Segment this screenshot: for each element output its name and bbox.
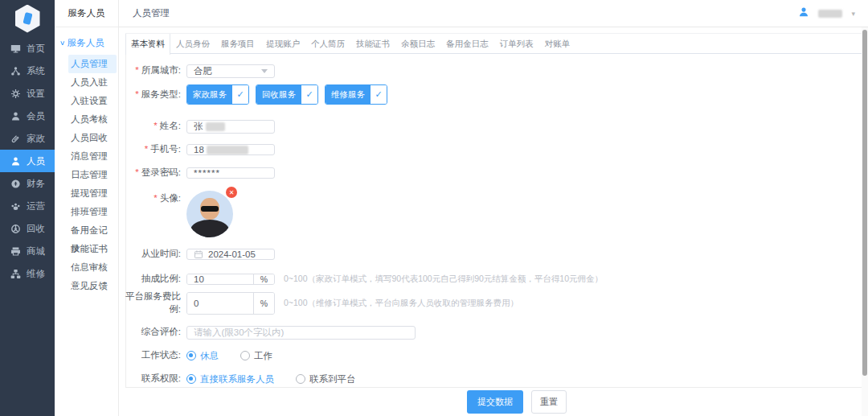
service-type-recycle-toggle[interactable]: 回收服务 ✓: [256, 84, 318, 105]
percent-unit: %: [253, 293, 274, 314]
submit-button[interactable]: 提交数据: [467, 390, 523, 414]
sidebar-item-finance[interactable]: 财务: [0, 172, 55, 195]
contact-platform-radio[interactable]: 联系到平台: [296, 373, 356, 385]
evaluation-row: 综合评价: 请输入(限30个字以内): [125, 322, 416, 343]
check-icon: ✓: [371, 85, 387, 104]
work-status-working-radio[interactable]: 工作: [240, 350, 272, 362]
commission-label: 抽成比例:: [125, 273, 181, 286]
page-scrollbar: [862, 27, 868, 416]
select-caret-icon: [261, 69, 268, 73]
reset-button[interactable]: 重置: [531, 390, 567, 414]
org-nodes-icon: [10, 66, 21, 76]
user-menu[interactable]: ▾: [798, 0, 855, 27]
tab-petty-cash-log[interactable]: 备用金日志: [440, 34, 494, 54]
submenu-item-message-management[interactable]: 消息管理: [55, 147, 118, 166]
sidebar-item-label: 系统: [27, 65, 45, 77]
name-input[interactable]: 张: [186, 120, 275, 134]
recycle-wheel-icon: [10, 224, 21, 234]
submenu-item-log-management[interactable]: 日志管理: [55, 166, 118, 184]
module-title: 服务人员: [55, 0, 118, 27]
platform-fee-input[interactable]: 0: [187, 293, 253, 314]
sidebar-item-home[interactable]: 首页: [0, 37, 55, 60]
primary-nav: 首页 系统 设置 会员 家政 人员: [0, 37, 55, 285]
contact-permission-row: 联系权限: 直接联系服务人员 联系到平台: [125, 372, 378, 386]
submenu-item-schedule-management[interactable]: 排班管理: [55, 203, 118, 221]
sidebar-item-settings[interactable]: 设置: [0, 82, 55, 105]
store-icon: [10, 246, 21, 257]
submenu-item-entry-settings[interactable]: 入驻设置: [55, 92, 118, 110]
paw-icon: [10, 201, 21, 212]
service-type-row: 服务类型: 家政服务 ✓ 回收服务 ✓ 维修服务 ✓: [125, 85, 394, 104]
evaluation-input[interactable]: 请输入(限30个字以内): [186, 326, 416, 340]
sidebar-item-member[interactable]: 会员: [0, 105, 55, 127]
phone-label: 手机号:: [125, 143, 181, 156]
submenu-group-label: 服务人员: [68, 37, 104, 49]
evaluation-label: 综合评价:: [125, 326, 181, 339]
start-date-input[interactable]: 2024-01-05: [186, 249, 275, 260]
contact-permission-label: 联系权限:: [125, 373, 181, 385]
submenu-item-info-review[interactable]: 信息审核: [55, 258, 118, 277]
sidebar-item-recycle[interactable]: 回收: [0, 217, 55, 240]
tab-basic-info[interactable]: 基本资料: [125, 34, 170, 55]
sidebar-item-label: 设置: [27, 88, 45, 100]
commission-input-group: 10 %: [186, 274, 275, 285]
submenu-item-feedback[interactable]: 意见反馈: [55, 277, 118, 295]
coin-icon: [10, 179, 21, 189]
work-status-rest-radio[interactable]: 休息: [186, 350, 219, 362]
sidebar-item-label: 维修: [27, 268, 45, 280]
submenu-item-withdrawal-management[interactable]: 提现管理: [55, 184, 118, 203]
platform-fee-label: 平台服务费比例:: [125, 290, 181, 315]
service-type-housekeeping-toggle[interactable]: 家政服务 ✓: [186, 84, 249, 105]
tab-skill-certificates[interactable]: 技能证书: [350, 34, 395, 54]
sidebar-item-repair[interactable]: 维修: [0, 262, 55, 285]
tab-order-list[interactable]: 订单列表: [494, 34, 539, 54]
redacted-text: [207, 146, 248, 154]
password-input[interactable]: ******: [186, 167, 275, 179]
sidebar-item-personnel[interactable]: 人员: [0, 150, 55, 172]
sidebar-item-label: 运营: [27, 200, 45, 212]
avatar-upload[interactable]: ✕: [186, 191, 233, 237]
submenu-item-personnel-entry[interactable]: 人员入驻: [55, 73, 118, 92]
tab-balance-log[interactable]: 余额日志: [395, 34, 440, 54]
service-type-repair-toggle[interactable]: 维修服务 ✓: [325, 84, 387, 105]
check-icon: ✓: [301, 85, 317, 104]
sidebar-item-housekeeping[interactable]: 家政: [0, 127, 55, 150]
user-icon: [10, 111, 21, 122]
sidebar-item-label: 人员: [27, 155, 45, 167]
submenu-item-personnel-assessment[interactable]: 人员考核: [55, 110, 118, 129]
username-redacted: [818, 10, 842, 18]
sidebar-item-operations[interactable]: 运营: [0, 195, 55, 217]
submenu-group-service-staff[interactable]: ∨ 服务人员: [60, 37, 118, 49]
sidebar-item-mall[interactable]: 商城: [0, 240, 55, 262]
app-logo[interactable]: [0, 0, 55, 37]
submenu-item-skill-certificates[interactable]: 技能证书: [55, 240, 118, 258]
scrollbar-thumb[interactable]: [862, 30, 867, 376]
submenu-item-personnel-management[interactable]: 人员管理: [55, 55, 118, 73]
avatar-photo: [186, 191, 233, 237]
service-type-label: 服务类型:: [125, 89, 181, 101]
tab-personal-resume[interactable]: 个人简历: [305, 34, 350, 54]
city-select[interactable]: 合肥: [186, 64, 275, 78]
tab-service-items[interactable]: 服务项目: [215, 34, 260, 54]
submenu-item-petty-cash-records[interactable]: 备用金记录: [55, 221, 118, 240]
admin-app: 首页 系统 设置 会员 家政 人员: [0, 0, 868, 416]
top-tab-personnel-management[interactable]: 人员管理: [133, 0, 170, 27]
work-status-row: 工作状态: 休息 工作: [125, 348, 294, 363]
start-date-label: 从业时间:: [125, 248, 181, 261]
submenu-item-personnel-recycle[interactable]: 人员回收: [55, 129, 118, 147]
form-footer: 提交数据 重置: [125, 387, 862, 416]
tab-statement[interactable]: 对账单: [539, 34, 576, 54]
monitor-icon: [10, 43, 21, 54]
sidebar-item-label: 财务: [27, 178, 45, 190]
avatar-delete-icon[interactable]: ✕: [226, 187, 237, 198]
commission-input[interactable]: 10: [187, 274, 253, 284]
contact-direct-radio[interactable]: 直接联系服务人员: [186, 373, 274, 385]
avatar-row: 头像: ✕: [125, 187, 233, 237]
phone-input[interactable]: 18: [186, 144, 275, 155]
commission-row: 抽成比例: 10 % 0~100（家政订单模式，填写90代表100元自己得到90…: [125, 268, 603, 290]
tab-withdrawal-account[interactable]: 提现账户: [260, 34, 305, 54]
sidebar-item-system[interactable]: 系统: [0, 60, 55, 82]
tab-personnel-identity[interactable]: 人员身份: [170, 34, 215, 54]
city-row: 所属城市: 合肥: [125, 60, 275, 81]
password-row: 登录密码: ******: [125, 162, 275, 184]
